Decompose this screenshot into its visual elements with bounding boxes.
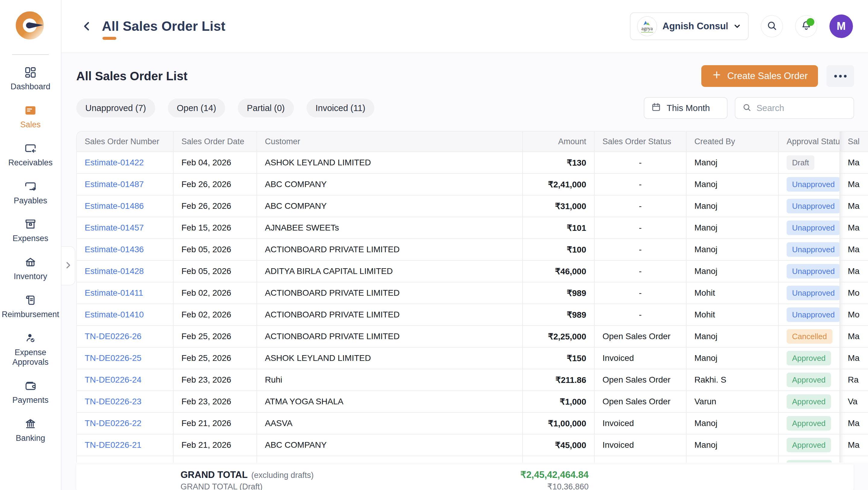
approval-status: Unapproved xyxy=(778,173,840,195)
customer-name: ACTIONBOARD PRIVATE LIMITED xyxy=(257,239,523,260)
approval-status-badge: Unapproved xyxy=(786,286,840,300)
created-by: Mohit xyxy=(686,282,778,304)
customer-name: AASVA xyxy=(257,412,523,434)
date-range-filter[interactable]: This Month xyxy=(644,97,727,119)
approval-status: Cancelled xyxy=(778,325,840,347)
approval-status: Approved xyxy=(778,347,840,369)
sales-order-number-link[interactable]: TN-DE0226-23 xyxy=(77,391,173,412)
payments-icon xyxy=(24,379,37,393)
sales-order-number-link[interactable]: TN-DE0226-26 xyxy=(77,325,173,347)
sidebar-divider xyxy=(12,54,49,55)
sales-order-number-link[interactable]: Estimate-01411 xyxy=(77,282,173,304)
chevron-right-icon xyxy=(64,261,73,271)
filter-chip-0[interactable]: Unapproved (7) xyxy=(76,99,155,117)
salesperson: Va xyxy=(840,391,868,412)
amount: ₹100 xyxy=(523,239,594,260)
amount: ₹1,000 xyxy=(523,391,594,412)
approval-status: Unapproved xyxy=(778,217,840,239)
customer-name: AJNABEE SWEETs xyxy=(257,217,523,239)
table-body: Estimate-01422Feb 04, 2026ASHOK LEYLAND … xyxy=(77,152,868,463)
app-logo xyxy=(13,8,47,41)
created-by: Manoj xyxy=(686,195,778,217)
search-input[interactable] xyxy=(756,103,847,113)
sales-order-number-link[interactable]: Estimate-01410 xyxy=(77,304,173,325)
filter-chip-1[interactable]: Open (14) xyxy=(168,99,225,117)
more-options-button[interactable] xyxy=(827,65,854,87)
create-sales-order-button[interactable]: Create Sales Order xyxy=(701,65,818,87)
sales-order-date: Feb 04, 2026 xyxy=(173,152,257,173)
column-header: Sal xyxy=(840,132,868,152)
sidebar-item-sales[interactable]: Sales xyxy=(0,104,61,130)
grand-total-draft-label: GRAND TOTAL (Draft) xyxy=(181,482,262,490)
sidebar-item-expense-approvals[interactable]: Expense Approvals xyxy=(0,332,61,367)
sales-order-status: Invoiced xyxy=(594,434,686,456)
sales-order-status: - xyxy=(594,217,686,239)
salesperson: Ma xyxy=(840,325,868,347)
customer-name: ASHOK LEYLAND LIMITED xyxy=(257,152,523,173)
sales-order-status: - xyxy=(594,304,686,325)
approval-status-badge: Unapproved xyxy=(786,308,840,322)
table-row: TN-DE0226-23Feb 23, 2026ATMA YOGA SHALA₹… xyxy=(77,391,868,412)
amount: ₹130 xyxy=(523,152,594,173)
sales-order-number-link[interactable]: TN-DE0226-22 xyxy=(77,412,173,434)
salesperson: Ma xyxy=(840,347,868,369)
dashboard-icon xyxy=(24,66,37,79)
salesperson: Ma xyxy=(840,434,868,456)
sales-order-number-link[interactable]: Estimate-01436 xyxy=(77,239,173,260)
filter-chip-2[interactable]: Partial (0) xyxy=(238,99,294,117)
company-logo-text: agrya xyxy=(641,26,653,31)
amount: ₹989 xyxy=(523,282,594,304)
sidebar-item-expenses[interactable]: Expenses xyxy=(0,218,61,243)
ellipsis-icon xyxy=(834,75,846,78)
sales-order-date: Feb 26, 2026 xyxy=(173,195,257,217)
sidebar-item-dashboard[interactable]: Dashboard xyxy=(0,66,61,92)
sales-order-number-link[interactable]: Estimate-01487 xyxy=(77,173,173,195)
approval-status-badge: Unapproved xyxy=(786,199,840,213)
sales-order-date: Feb 15, 2026 xyxy=(173,217,257,239)
sales-order-status: - xyxy=(594,195,686,217)
sidebar-item-inventory[interactable]: Inventory xyxy=(0,256,61,282)
column-header: Approval Status xyxy=(778,132,840,152)
sidebar-expand-button[interactable] xyxy=(61,246,75,285)
amount: ₹101 xyxy=(523,217,594,239)
created-by: Varun xyxy=(686,391,778,412)
page-heading: All Sales Order List xyxy=(76,69,187,83)
sales-order-number-link[interactable]: TN-DE0226-25 xyxy=(77,347,173,369)
sidebar-item-payables[interactable]: Payables xyxy=(0,180,61,206)
approval-status-badge-sliver xyxy=(786,460,832,463)
table-row: Estimate-01410Feb 02, 2026ACTIONBOARD PR… xyxy=(77,304,868,325)
sidebar-item-payments[interactable]: Payments xyxy=(0,379,61,405)
sales-order-number-link[interactable]: Estimate-01422 xyxy=(77,152,173,173)
receivables-icon xyxy=(24,142,37,155)
global-search-button[interactable] xyxy=(761,15,783,37)
salesperson: Ra xyxy=(840,369,868,391)
approval-status: Approved xyxy=(778,412,840,434)
company-name: Agnish Consul... xyxy=(662,21,727,32)
sales-order-date: Feb 05, 2026 xyxy=(173,239,257,260)
approval-status: Draft xyxy=(778,152,840,173)
sales-order-number-link[interactable]: Estimate-01486 xyxy=(77,195,173,217)
approval-status: Unapproved xyxy=(778,304,840,325)
sales-order-number-link[interactable]: Estimate-01428 xyxy=(77,260,173,282)
customer-name: Ruhi xyxy=(257,369,523,391)
back-button[interactable] xyxy=(81,20,93,32)
created-by: Manoj xyxy=(686,347,778,369)
filter-chip-3[interactable]: Invoiced (11) xyxy=(307,99,375,117)
notifications-button[interactable] xyxy=(795,15,817,37)
sales-order-status: - xyxy=(594,260,686,282)
table-row: Estimate-01411Feb 02, 2026ACTIONBOARD PR… xyxy=(77,282,868,304)
user-avatar[interactable]: M xyxy=(830,15,853,38)
table-row: Estimate-01436Feb 05, 2026ACTIONBOARD PR… xyxy=(77,239,868,260)
sidebar-item-reimbursement[interactable]: Reimbursement xyxy=(0,294,61,319)
sales-order-number-link[interactable]: TN-DE0226-24 xyxy=(77,369,173,391)
approval-status xyxy=(778,456,840,463)
approval-status-badge: Unapproved xyxy=(786,242,840,257)
salesperson: Ma xyxy=(840,195,868,217)
sidebar-item-receivables[interactable]: Receivables xyxy=(0,142,61,168)
sidebar-item-banking[interactable]: Banking xyxy=(0,417,61,443)
expense-approvals-icon xyxy=(24,332,37,345)
sales-order-number-link[interactable]: TN-DE0226-21 xyxy=(77,434,173,456)
company-selector[interactable]: agrya Agnish Consul... xyxy=(630,12,749,40)
sales-order-number-link[interactable]: Estimate-01457 xyxy=(77,217,173,239)
chevron-down-icon xyxy=(733,22,741,30)
